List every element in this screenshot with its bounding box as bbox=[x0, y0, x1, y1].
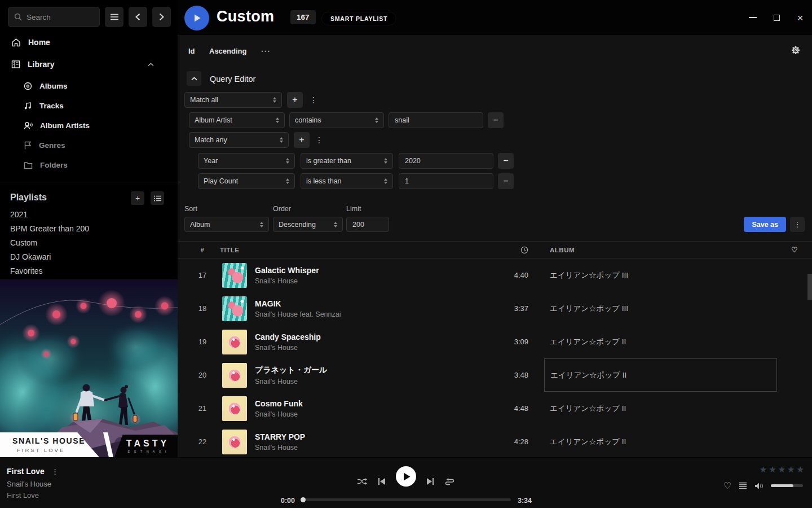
track-album-cell-focused[interactable]: エイリアン☆ポップ II bbox=[544, 358, 777, 392]
sort-direction-button[interactable]: Ascending bbox=[209, 47, 246, 55]
rule3-field-select[interactable]: Play Count bbox=[198, 173, 295, 189]
group2-menu-button[interactable]: ⋮ bbox=[314, 132, 324, 148]
track-row[interactable]: 18 MAGIK Snail's House feat. Sennzai 3:3… bbox=[178, 292, 812, 325]
rule3-value-input[interactable] bbox=[399, 173, 493, 189]
sidebar-item-genres[interactable]: Genres bbox=[24, 141, 179, 150]
add-rule-button-group2[interactable]: + bbox=[294, 132, 310, 148]
add-rule-button-group1[interactable]: + bbox=[287, 92, 303, 108]
track-thumbnail bbox=[222, 363, 247, 388]
toolbar-more-button[interactable]: ··· bbox=[261, 47, 271, 56]
star-icon[interactable]: ★ bbox=[760, 465, 767, 475]
playlist-item[interactable]: Custom bbox=[10, 238, 162, 247]
rule1-value-input[interactable] bbox=[389, 112, 483, 128]
track-title: STARRY POP bbox=[255, 432, 486, 441]
add-playlist-button[interactable]: + bbox=[131, 191, 144, 205]
total-time: 3:34 bbox=[518, 497, 532, 505]
sidebar-item-album-artists[interactable]: Album Artists bbox=[24, 121, 179, 130]
menu-button[interactable] bbox=[105, 7, 123, 27]
settings-button[interactable] bbox=[791, 46, 800, 55]
queue-button[interactable] bbox=[739, 482, 747, 489]
playlist-item[interactable]: Favorites bbox=[10, 266, 162, 275]
now-playing-menu-button[interactable]: ⋮ bbox=[51, 467, 59, 476]
sidebar-item-tracks[interactable]: Tracks bbox=[24, 102, 179, 110]
star-icon[interactable]: ★ bbox=[769, 465, 776, 475]
match-select-group2[interactable]: Match any bbox=[189, 132, 289, 148]
track-album-cell[interactable]: エイリアン☆ポップ II bbox=[544, 392, 777, 425]
track-album-cell[interactable]: エイリアン☆ポップ II bbox=[544, 425, 777, 457]
playlist-item[interactable]: 2021 bbox=[10, 210, 162, 219]
progress-thumb[interactable] bbox=[301, 497, 306, 502]
remove-rule3-button[interactable]: − bbox=[498, 173, 514, 189]
favorite-button[interactable]: ♡ bbox=[723, 480, 731, 491]
query-menu-button[interactable]: ⋮ bbox=[790, 217, 805, 232]
sidebar-item-library[interactable]: Library bbox=[11, 60, 166, 69]
search-input[interactable] bbox=[27, 13, 89, 21]
repeat-icon bbox=[445, 478, 454, 485]
column-title[interactable]: TITLE bbox=[220, 247, 239, 253]
album-art-illustration bbox=[0, 279, 178, 457]
query-editor-collapse-button[interactable] bbox=[187, 71, 201, 86]
track-album-cell[interactable]: エイリアン☆ポップ III bbox=[544, 259, 777, 292]
column-favorite[interactable]: ♡ bbox=[777, 246, 812, 254]
sidebar-item-folders[interactable]: Folders bbox=[24, 161, 179, 169]
order-select[interactable]: Descending bbox=[273, 217, 343, 232]
rule2-field-select[interactable]: Year bbox=[198, 153, 295, 169]
sort-field-button[interactable]: Id bbox=[188, 47, 195, 55]
rule1-operator-select[interactable]: contains bbox=[289, 112, 384, 128]
rule2-operator-select[interactable]: is greater than bbox=[301, 153, 393, 169]
play-playlist-button[interactable] bbox=[184, 6, 209, 30]
track-row[interactable]: 21 Cosmo Funk Snail's House 4:48 エイリアン☆ポ… bbox=[178, 392, 812, 425]
limit-label: Limit bbox=[346, 205, 361, 213]
volume-slider[interactable] bbox=[771, 484, 803, 487]
repeat-button[interactable] bbox=[440, 472, 459, 491]
track-number: 21 bbox=[191, 404, 214, 413]
track-row[interactable]: 19 Candy Spaceship Snail's House 3:09 エイ… bbox=[178, 325, 812, 358]
search-box[interactable] bbox=[8, 7, 100, 27]
sidebar-item-home[interactable]: Home bbox=[11, 38, 166, 47]
track-row[interactable]: 17 Galactic Whisper Snail's House 4:40 エ… bbox=[178, 259, 812, 292]
remove-rule1-button[interactable]: − bbox=[488, 112, 504, 128]
sidebar-item-label: Album Artists bbox=[40, 121, 90, 130]
sidebar-item-label: Folders bbox=[40, 161, 68, 169]
now-playing-album-art[interactable]: SNAIL'S HOUSE FIRST LOVE TASTY E S T N A… bbox=[0, 279, 178, 457]
column-duration[interactable] bbox=[486, 246, 531, 254]
star-rating[interactable]: ★★★★★ bbox=[760, 465, 804, 475]
forward-button[interactable] bbox=[152, 7, 171, 27]
volume-button[interactable] bbox=[754, 482, 764, 490]
sidebar-item-albums[interactable]: Albums bbox=[24, 82, 179, 90]
back-button[interactable] bbox=[129, 7, 147, 27]
column-number[interactable]: # bbox=[191, 247, 214, 253]
maximize-button[interactable] bbox=[765, 0, 788, 35]
chevron-up-icon[interactable] bbox=[148, 63, 154, 67]
limit-input[interactable] bbox=[346, 217, 389, 232]
shuffle-button[interactable] bbox=[352, 472, 372, 491]
playlist-list-button[interactable] bbox=[151, 191, 164, 205]
track-row[interactable]: 20 プラネット・ガール Snail's House 3:48 エイリアン☆ポッ… bbox=[178, 358, 812, 392]
sort-select[interactable]: Album bbox=[184, 217, 269, 232]
group1-menu-button[interactable]: ⋮ bbox=[308, 92, 319, 108]
progress-bar[interactable] bbox=[301, 498, 511, 501]
rule1-field-select[interactable]: Album Artist bbox=[189, 112, 285, 128]
match-select-group1[interactable]: Match all bbox=[184, 92, 282, 108]
scrollbar-thumb[interactable] bbox=[807, 274, 812, 300]
remove-rule2-button[interactable]: − bbox=[498, 153, 514, 169]
playlist-item[interactable]: DJ Okawari bbox=[10, 252, 162, 261]
rule2-value-input[interactable] bbox=[399, 153, 493, 169]
star-icon[interactable]: ★ bbox=[797, 465, 804, 475]
track-duration: 3:37 bbox=[486, 304, 531, 313]
star-icon[interactable]: ★ bbox=[778, 465, 785, 475]
star-icon[interactable]: ★ bbox=[787, 465, 795, 475]
track-thumbnail bbox=[222, 430, 247, 454]
track-row[interactable]: 22 STARRY POP Snail's House 4:28 エイリアン☆ポ… bbox=[178, 425, 812, 457]
previous-button[interactable] bbox=[372, 472, 391, 491]
play-pause-button[interactable] bbox=[396, 466, 416, 487]
playlist-item[interactable]: BPM Greater than 200 bbox=[10, 224, 162, 233]
track-album-cell[interactable]: エイリアン☆ポップ III bbox=[544, 292, 777, 325]
save-as-button[interactable]: Save as bbox=[744, 217, 786, 232]
minimize-button[interactable] bbox=[741, 0, 765, 35]
track-album-cell[interactable]: エイリアン☆ポップ II bbox=[544, 325, 777, 358]
rule3-operator-select[interactable]: is less than bbox=[301, 173, 393, 189]
column-album[interactable]: ALBUM bbox=[544, 247, 777, 253]
next-button[interactable] bbox=[421, 472, 440, 491]
close-button[interactable]: × bbox=[788, 0, 812, 35]
